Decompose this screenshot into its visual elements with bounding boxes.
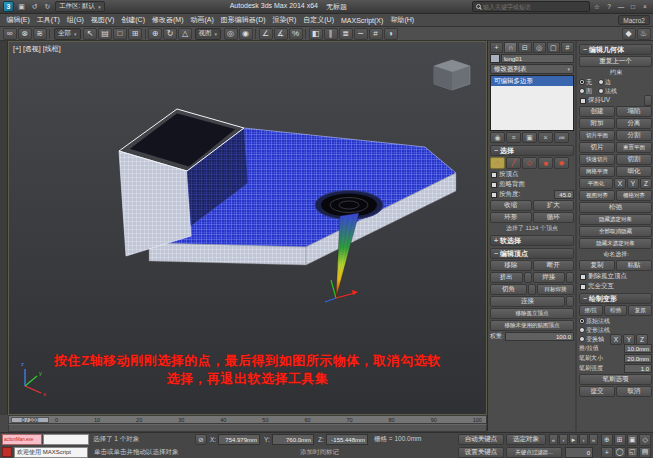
edge-subobj-button[interactable]: ╱ (506, 157, 521, 169)
pan-icon[interactable]: + (601, 447, 613, 458)
copy-named-selection-button[interactable]: 复制 (579, 260, 615, 271)
object-color-swatch[interactable] (490, 54, 500, 63)
macro-recorder-line[interactable]: actionMan.exe (2, 434, 42, 445)
add-time-tag[interactable]: 添加时间标记 (300, 447, 372, 458)
render-production-icon[interactable]: ♨ (637, 28, 651, 40)
commit-button[interactable]: 提交 (579, 386, 615, 397)
delete-isolated-vertices-checkbox[interactable] (580, 274, 586, 280)
attach-button[interactable]: 附加 (579, 118, 615, 129)
preserve-uv-checkbox[interactable] (580, 98, 586, 104)
edit-geometry-rollout-header[interactable]: 编辑几何体 (579, 44, 652, 55)
close-button[interactable]: × (640, 2, 650, 12)
planar-x-button[interactable]: X (614, 178, 626, 189)
planar-z-button[interactable]: Z (640, 178, 652, 189)
full-interactivity-checkbox[interactable] (580, 284, 586, 290)
select-link-icon[interactable]: ∞ (3, 28, 17, 40)
editable-poly-mesh[interactable] (119, 109, 456, 265)
zoom-extents-icon[interactable]: ▣ (627, 434, 639, 446)
paint-relax-button[interactable]: 松弛 (604, 305, 628, 316)
paint-axis-x-button[interactable]: X (610, 334, 622, 345)
shrink-button[interactable]: 收缩 (490, 200, 532, 211)
window-crossing-icon[interactable]: ⊞ (128, 28, 142, 40)
selection-lock-toggle[interactable]: ⊘ (195, 434, 207, 445)
angle-snap-icon[interactable]: ∡ (274, 28, 288, 40)
chamfer-settings-button[interactable] (528, 284, 536, 295)
reset-plane-button[interactable]: 重置平面 (616, 142, 652, 153)
menu-group[interactable]: 组(G) (63, 15, 87, 25)
polygon-subobj-button[interactable]: ■ (538, 157, 553, 169)
use-pivot-icon[interactable]: ◎ (224, 28, 238, 40)
key-filters-button[interactable]: 关键点过滤器... (506, 447, 562, 458)
remove-unused-map-verts-button[interactable]: 移除未使用的贴图顶点 (490, 320, 574, 331)
transform-axis-radio[interactable] (579, 336, 585, 342)
menu-help[interactable]: 帮助(H) (387, 15, 418, 25)
paint-deform-rollout-header[interactable]: 绘制变形 (579, 293, 652, 304)
next-frame-button[interactable]: › (579, 434, 588, 445)
material-editor-icon[interactable]: ◑ (384, 28, 398, 40)
save-button[interactable]: ▣ (16, 1, 27, 12)
zoom-region-icon[interactable]: ▤ (639, 447, 651, 458)
stack-item-editable-poly[interactable]: 可编辑多边形 (491, 76, 573, 86)
utilities-tab[interactable]: # (561, 42, 574, 53)
constraint-none-radio[interactable] (579, 79, 585, 85)
menu-animation[interactable]: 动画(A) (187, 15, 217, 25)
make-unique-button[interactable]: ▣ (522, 132, 537, 143)
coord-y-field[interactable]: 760.0mm (272, 434, 314, 445)
menu-views[interactable]: 视图(V) (87, 15, 117, 25)
preserve-uv-settings-button[interactable] (644, 95, 652, 106)
listener-line[interactable] (43, 434, 89, 445)
original-normals-radio[interactable] (579, 318, 585, 324)
undo-button[interactable]: ↺ (29, 1, 40, 12)
maximize-button[interactable]: □ (628, 2, 638, 12)
weight-field[interactable]: 100.0 (505, 332, 574, 341)
menu-edit[interactable]: 编辑(E) (3, 15, 33, 25)
hide-unselected-button[interactable]: 隐藏未选定对象 (579, 238, 652, 249)
snap-toggle-icon[interactable]: ∠ (259, 28, 273, 40)
show-end-result-button[interactable]: ≡ (506, 132, 521, 143)
menu-rendering[interactable]: 渲染(R) (269, 15, 300, 25)
quickslice-button[interactable]: 快速切片 (579, 154, 615, 165)
vertex-subobj-button[interactable]: ∴ (490, 157, 505, 169)
curve-editor-icon[interactable]: ∼ (354, 28, 368, 40)
zoom-all-icon[interactable]: ⊞ (614, 434, 626, 446)
select-move-icon[interactable]: ⊕ (148, 28, 162, 40)
hierarchy-tab[interactable]: ⊟ (518, 42, 531, 53)
pin-stack-button[interactable]: ◉ (490, 132, 505, 143)
app-logo-icon[interactable]: 3 (3, 1, 14, 12)
constraint-face-radio[interactable] (579, 88, 585, 94)
coord-z-field[interactable]: -155.448mm (326, 434, 368, 445)
mirror-icon[interactable]: ◧ (309, 28, 323, 40)
select-scale-icon[interactable]: △ (178, 28, 192, 40)
menu-modifiers[interactable]: 修改器(M) (148, 15, 187, 25)
weld-button[interactable]: 焊接 (533, 272, 566, 283)
fov-icon[interactable]: ◇ (639, 434, 651, 446)
grow-button[interactable]: 扩大 (533, 200, 575, 211)
display-tab[interactable]: ▢ (547, 42, 560, 53)
relax-button[interactable]: 松弛 (579, 202, 652, 213)
macro-toolbar-label[interactable]: Macro2 (618, 15, 650, 25)
favorites-icon[interactable]: ☆ (592, 2, 602, 12)
angle-value-field[interactable]: 45.0 (554, 190, 574, 199)
weld-settings-button[interactable] (566, 272, 574, 283)
deformed-normals-radio[interactable] (579, 327, 585, 333)
search-box[interactable] (472, 1, 590, 12)
zoom-icon[interactable]: ⊕ (601, 434, 613, 446)
extrude-button[interactable]: 挤出 (490, 272, 523, 283)
select-manipulate-icon[interactable]: ◉ (239, 28, 253, 40)
menu-create[interactable]: 创建(C) (118, 15, 149, 25)
constraint-normal-radio[interactable] (598, 88, 604, 94)
auto-key-button[interactable]: 自动关键点 (458, 434, 504, 445)
unlink-icon[interactable]: ⊗ (18, 28, 32, 40)
collapse-button[interactable]: 塌陷 (616, 106, 652, 117)
help-icon[interactable]: ? (604, 2, 614, 12)
by-angle-checkbox[interactable] (491, 192, 497, 198)
minimize-button[interactable]: — (616, 2, 626, 12)
transform-gizmo[interactable] (325, 280, 358, 302)
edit-vertices-rollout-header[interactable]: 编辑顶点 (490, 248, 574, 259)
selected-mode-dropdown[interactable]: 选定对象 (506, 434, 546, 445)
menu-maxscript[interactable]: MAXScript(X) (337, 17, 386, 24)
repeat-last-button[interactable]: 重复上一个 (579, 56, 652, 67)
remove-isolated-vertices-button[interactable]: 移除孤立顶点 (490, 308, 574, 319)
configure-modifier-sets-button[interactable]: ≔ (554, 132, 569, 143)
ignore-backfacing-checkbox[interactable] (491, 182, 497, 188)
